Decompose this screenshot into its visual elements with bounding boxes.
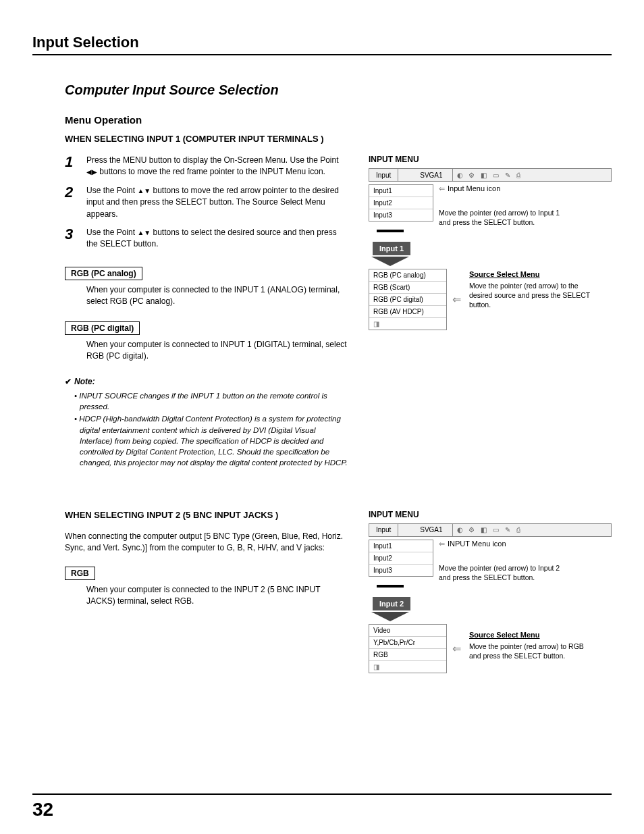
step-number: 3 [65, 227, 77, 251]
step-3: 3 Use the Point buttons to select the de… [65, 227, 348, 251]
source-row-exit: ◨ [369, 318, 446, 330]
input2-left: WHEN SELECTING INPUT 2 (5 BNC INPUT JACK… [65, 510, 348, 673]
step-1: 1 Press the MENU button to display the O… [65, 155, 348, 178]
subsection-title: Menu Operation [65, 114, 612, 126]
step-number: 1 [65, 155, 77, 178]
menu-bar: Input SVGA1 ◐ ⚙ ◧ ▭ ✎ ⎙ [369, 523, 612, 537]
point-ud-icon [137, 228, 151, 237]
source-row: RGB (PC analog) [369, 269, 446, 282]
step-text: buttons to move the red frame pointer to… [97, 167, 325, 176]
source-row: Video [369, 625, 446, 637]
source-select-callout: Move the pointer (red arrow) to RGB and … [469, 642, 597, 660]
source-select-list: Video Y,Pb/Cb,Pr/Cr RGB ◨ [369, 624, 447, 673]
rgb-label: RGB [65, 567, 95, 580]
input-menu-icon-label: INPUT Menu icon [439, 540, 567, 548]
source-row: Y,Pb/Cb,Pr/Cr [369, 637, 446, 649]
step-text: Use the Point [86, 186, 137, 195]
source-row: RGB [369, 649, 446, 661]
menu-bar-mode: SVGA1 [410, 524, 452, 536]
input1-chip: Input 1 [373, 242, 410, 255]
menu-bar-icons: ◐ ⚙ ◧ ▭ ✎ ⎙ [453, 172, 611, 179]
rgb-analog-label: RGB (PC analog) [65, 267, 142, 280]
source-row-exit: ◨ [369, 661, 446, 673]
input-menu-callout: Move the pointer (red arrow) to Input 1 … [439, 208, 567, 227]
input2-right: INPUT MENU Input SVGA1 ◐ ⚙ ◧ ▭ ✎ ⎙ Input… [369, 510, 612, 673]
page-title: Input Selection [32, 34, 612, 55]
content-area: Computer Input Source Selection Menu Ope… [32, 82, 612, 673]
section-title: Computer Input Source Selection [65, 82, 612, 98]
rgb-digital-desc: When your computer is connected to INPUT… [65, 339, 348, 363]
source-select-list: RGB (PC analog) RGB (Scart) RGB (PC digi… [369, 269, 447, 330]
step-2: 2 Use the Point buttons to move the red … [65, 185, 348, 220]
input2-intro: When connecting the computer output [5 B… [65, 531, 348, 554]
input-row: Input1 [369, 540, 433, 552]
source-select-title: Source Select Menu [469, 631, 597, 639]
input-row: Input2 [369, 552, 433, 565]
source-select-title: Source Select Menu [469, 270, 597, 278]
menu-bar: Input SVGA1 ◐ ⚙ ◧ ▭ ✎ ⎙ [369, 168, 612, 182]
input1-right: INPUT MENU Input SVGA1 ◐ ⚙ ◧ ▭ ✎ ⎙ Input… [369, 155, 612, 469]
decoration-bar [377, 230, 404, 232]
arrow-left-icon [452, 293, 464, 306]
input1-left: 1 Press the MENU button to display the O… [65, 155, 348, 469]
menu-bar-label: Input [369, 169, 398, 181]
point-lr-icon [86, 167, 97, 176]
page-number: 32 [32, 799, 612, 820]
step-text: Use the Point [86, 228, 137, 237]
input-row: Input1 [369, 185, 433, 197]
input2-chip: Input 2 [373, 597, 410, 610]
input-menu-callout: Move the pointer (red arrow) to Input 2 … [439, 563, 567, 582]
note-heading: Note: [65, 377, 348, 386]
source-select-callout: Move the pointer (red arrow) to the desi… [469, 281, 597, 310]
arrow-left-icon [452, 642, 464, 655]
input-row: Input3 [369, 209, 433, 221]
menu-bar-icons: ◐ ⚙ ◧ ▭ ✎ ⎙ [453, 526, 611, 533]
input-menu-title: INPUT MENU [369, 155, 612, 164]
step-number: 2 [65, 185, 77, 220]
input-list: Input1 Input2 Input3 [369, 184, 433, 221]
input-list: Input1 Input2 Input3 [369, 540, 433, 577]
note-list: INPUT SOURCE changes if the INPUT 1 butt… [65, 390, 348, 468]
input-row: Input3 [369, 565, 433, 576]
note-item: HDCP (High-bandwidth Digital Content Pro… [74, 413, 348, 467]
input-row: Input2 [369, 197, 433, 209]
input2-heading: WHEN SELECTING INPUT 2 (5 BNC INPUT JACK… [65, 510, 348, 520]
decoration-bar [377, 585, 404, 588]
input-menu-icon-label: Input Menu icon [439, 184, 567, 193]
input1-heading: WHEN SELECTING INPUT 1 (COMPUTER INPUT T… [65, 134, 612, 144]
point-ud-icon [137, 186, 151, 195]
menu-bar-label: Input [369, 524, 398, 536]
menu-bar-mode: SVGA1 [410, 169, 452, 181]
rgb-digital-label: RGB (PC digital) [65, 321, 140, 335]
down-arrow-icon [371, 257, 409, 266]
source-row: RGB (PC digital) [369, 294, 446, 306]
down-arrow-icon [371, 612, 409, 621]
source-row: RGB (AV HDCP) [369, 306, 446, 318]
page-footer: 32 [32, 793, 612, 820]
step-text: Press the MENU button to display the On-… [86, 155, 339, 165]
rgb-analog-desc: When your computer is connected to the I… [65, 284, 348, 308]
note-item: INPUT SOURCE changes if the INPUT 1 butt… [74, 390, 348, 412]
rgb-desc: When your computer is connected to the I… [65, 584, 348, 608]
source-row: RGB (Scart) [369, 282, 446, 294]
input-menu-title: INPUT MENU [369, 510, 612, 519]
